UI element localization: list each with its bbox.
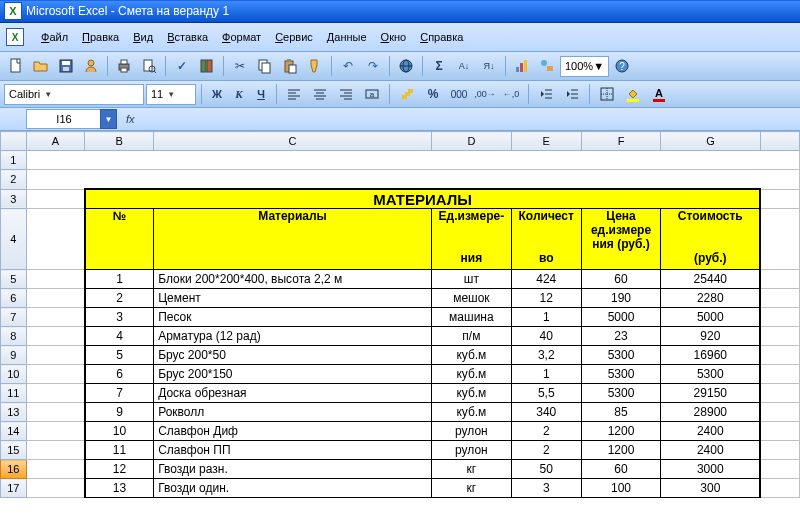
cell-material[interactable]: Брус 200*50 (154, 346, 432, 365)
fx-label[interactable]: fx (126, 113, 135, 125)
cell-qty[interactable]: 424 (511, 270, 581, 289)
cell-num[interactable]: 1 (85, 270, 154, 289)
row-header-8[interactable]: 8 (1, 327, 27, 346)
cell-cost[interactable]: 2400 (661, 422, 760, 441)
drawing-button[interactable] (535, 54, 559, 78)
cell-num[interactable]: 4 (85, 327, 154, 346)
decrease-indent-button[interactable] (534, 82, 558, 106)
menu-окно[interactable]: Окно (374, 29, 414, 45)
cell-cost[interactable]: 920 (661, 327, 760, 346)
cell-unit[interactable]: куб.м (431, 384, 511, 403)
cell-qty[interactable]: 1 (511, 365, 581, 384)
cell-price[interactable]: 60 (581, 460, 661, 479)
cell-num[interactable]: 7 (85, 384, 154, 403)
format-painter-button[interactable] (303, 54, 327, 78)
menu-правка[interactable]: Правка (75, 29, 126, 45)
cell-num[interactable]: 2 (85, 289, 154, 308)
cell-material[interactable]: Цемент (154, 289, 432, 308)
col-header-C[interactable]: C (154, 132, 432, 151)
cell-material[interactable]: Песок (154, 308, 432, 327)
cell-qty[interactable]: 40 (511, 327, 581, 346)
paste-button[interactable] (278, 54, 302, 78)
col-header-A[interactable]: A (26, 132, 85, 151)
name-box-dropdown[interactable]: ▼ (100, 109, 117, 129)
cell-cost[interactable]: 2400 (661, 441, 760, 460)
cell-price[interactable]: 1200 (581, 422, 661, 441)
currency-button[interactable] (395, 82, 419, 106)
chart-wizard-button[interactable] (510, 54, 534, 78)
row-header-4[interactable]: 4 (1, 209, 27, 270)
spelling-button[interactable]: ✓ (170, 54, 194, 78)
menu-данные[interactable]: Данные (320, 29, 374, 45)
align-center-button[interactable] (308, 82, 332, 106)
cell-material[interactable]: Доска обрезная (154, 384, 432, 403)
row-header-2[interactable]: 2 (1, 170, 27, 190)
print-button[interactable] (112, 54, 136, 78)
cell-cost[interactable]: 2280 (661, 289, 760, 308)
copy-button[interactable] (253, 54, 277, 78)
undo-button[interactable]: ↶ (336, 54, 360, 78)
cell-unit[interactable]: рулон (431, 441, 511, 460)
cell-material[interactable]: Гвозди один. (154, 479, 432, 498)
row-header-7[interactable]: 7 (1, 308, 27, 327)
comma-button[interactable]: 000 (447, 82, 471, 106)
cell-unit[interactable]: машина (431, 308, 511, 327)
cell-qty[interactable]: 5,5 (511, 384, 581, 403)
cell-cost[interactable]: 3000 (661, 460, 760, 479)
cell-num[interactable]: 5 (85, 346, 154, 365)
row-header-6[interactable]: 6 (1, 289, 27, 308)
cell-num[interactable]: 13 (85, 479, 154, 498)
merge-center-button[interactable]: a (360, 82, 384, 106)
cell-unit[interactable]: кг (431, 460, 511, 479)
menu-справка[interactable]: Справка (413, 29, 470, 45)
col-header-E[interactable]: E (511, 132, 581, 151)
cell-cost[interactable]: 28900 (661, 403, 760, 422)
cell-price[interactable]: 23 (581, 327, 661, 346)
cell-unit[interactable]: кг (431, 479, 511, 498)
cell-material[interactable]: Славфон ПП (154, 441, 432, 460)
row-header-5[interactable]: 5 (1, 270, 27, 289)
select-all-corner[interactable] (1, 132, 27, 151)
menu-вставка[interactable]: Вставка (160, 29, 215, 45)
cell-qty[interactable]: 3 (511, 479, 581, 498)
cell-qty[interactable]: 2 (511, 441, 581, 460)
open-button[interactable] (29, 54, 53, 78)
underline-button[interactable]: Ч (251, 84, 271, 104)
menu-формат[interactable]: Формат (215, 29, 268, 45)
cell-price[interactable]: 1200 (581, 441, 661, 460)
cell-unit[interactable]: рулон (431, 422, 511, 441)
align-right-button[interactable] (334, 82, 358, 106)
cell-num[interactable]: 10 (85, 422, 154, 441)
row-header-15[interactable]: 15 (1, 441, 27, 460)
cell-cost[interactable]: 5300 (661, 365, 760, 384)
cell-unit[interactable]: куб.м (431, 365, 511, 384)
col-header-D[interactable]: D (431, 132, 511, 151)
cell-qty[interactable]: 3,2 (511, 346, 581, 365)
cell-material[interactable]: Арматура (12 рад) (154, 327, 432, 346)
cell-unit[interactable]: п/м (431, 327, 511, 346)
help-button[interactable]: ? (610, 54, 634, 78)
row-header-3[interactable]: 3 (1, 189, 27, 209)
cell-price[interactable]: 85 (581, 403, 661, 422)
cell-num[interactable]: 3 (85, 308, 154, 327)
cell-material[interactable]: Брус 200*150 (154, 365, 432, 384)
align-left-button[interactable] (282, 82, 306, 106)
research-button[interactable] (195, 54, 219, 78)
cell-material[interactable]: Гвозди разн. (154, 460, 432, 479)
menu-файл[interactable]: Файл (34, 29, 75, 45)
cell-price[interactable]: 5300 (581, 384, 661, 403)
cell-cost[interactable]: 5000 (661, 308, 760, 327)
row-header-13[interactable]: 13 (1, 403, 27, 422)
menu-сервис[interactable]: Сервис (268, 29, 320, 45)
cell-qty[interactable]: 340 (511, 403, 581, 422)
col-header-B[interactable]: B (85, 132, 154, 151)
font-name-combo[interactable]: Calibri▼ (4, 84, 144, 105)
decrease-decimal-button[interactable]: ←,0 (499, 82, 523, 106)
row-header-14[interactable]: 14 (1, 422, 27, 441)
cell-cost[interactable]: 16960 (661, 346, 760, 365)
row-header-11[interactable]: 11 (1, 384, 27, 403)
print-preview-button[interactable] (137, 54, 161, 78)
name-box[interactable]: I16 ▼ (26, 109, 102, 129)
cell-num[interactable]: 12 (85, 460, 154, 479)
cell-num[interactable]: 11 (85, 441, 154, 460)
